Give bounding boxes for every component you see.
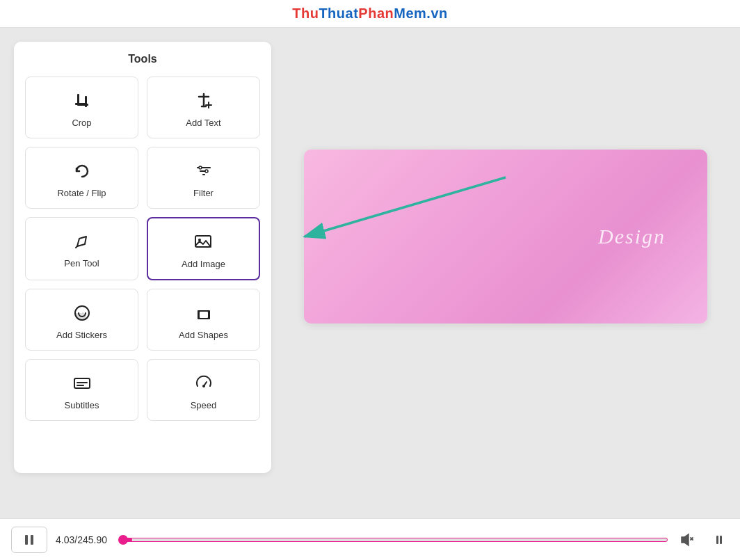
svg-rect-28: [31, 535, 33, 545]
speed-icon: [193, 372, 215, 394]
svg-rect-33: [720, 536, 722, 544]
tool-speed[interactable]: Speed: [147, 359, 260, 421]
add-image-icon: [193, 231, 215, 253]
speed-label: Speed: [191, 400, 217, 410]
crop-icon: [71, 90, 93, 112]
rotate-flip-label: Rotate / Flip: [57, 188, 106, 198]
shapes-icon: [193, 302, 215, 324]
svg-point-24: [202, 385, 205, 387]
tool-add-shapes[interactable]: Add Shapes: [147, 289, 260, 351]
tool-rotate-flip[interactable]: Rotate / Flip: [25, 147, 138, 209]
svg-point-12: [199, 166, 202, 169]
svg-point-13: [205, 170, 208, 173]
site-title: ThuThuatPhanMem.vn: [292, 6, 447, 22]
add-shapes-label: Add Shapes: [179, 330, 228, 340]
tools-grid: Crop Add Text: [25, 77, 260, 421]
add-text-label: Add Text: [186, 118, 220, 128]
tool-pen[interactable]: Pen Tool: [25, 217, 138, 280]
time-display: 4.03/245.90: [56, 534, 115, 545]
svg-rect-27: [25, 535, 28, 545]
tool-add-stickers[interactable]: Add Stickers: [25, 289, 138, 351]
svg-rect-15: [195, 236, 211, 247]
header: ThuThuatPhanMem.vn: [0, 0, 740, 28]
crop-label: Crop: [72, 118, 91, 128]
filter-label: Filter: [193, 188, 214, 198]
main-area: Tools Crop: [0, 28, 740, 518]
svg-marker-29: [682, 534, 689, 545]
pause-button[interactable]: [11, 527, 47, 553]
tool-filter[interactable]: Filter: [147, 147, 260, 209]
stickers-icon: [71, 302, 93, 324]
tools-title: Tools: [25, 53, 260, 65]
subtitles-icon: [71, 372, 93, 394]
add-stickers-label: Add Stickers: [56, 330, 107, 340]
tool-subtitles[interactable]: Subtitles: [25, 359, 138, 421]
filter-icon: [193, 160, 215, 182]
tool-add-text[interactable]: Add Text: [147, 77, 260, 138]
svg-rect-3: [77, 104, 88, 106]
canvas-text: Design: [598, 225, 666, 248]
tool-add-image[interactable]: Add Image: [147, 217, 260, 280]
end-button[interactable]: [707, 529, 729, 551]
canvas-area: Design: [285, 42, 726, 431]
svg-rect-32: [716, 536, 718, 544]
svg-line-14: [76, 246, 77, 248]
tool-crop[interactable]: Crop: [25, 77, 138, 138]
volume-button[interactable]: [676, 529, 698, 551]
subtitles-label: Subtitles: [65, 400, 99, 410]
tools-panel: Tools Crop: [14, 42, 271, 473]
pen-icon: [71, 230, 93, 253]
canvas-preview: Design: [304, 150, 707, 323]
add-text-icon: [193, 90, 215, 112]
progress-handle[interactable]: [118, 535, 128, 545]
rotate-icon: [71, 160, 93, 182]
bottom-bar: 4.03/245.90: [0, 518, 740, 560]
progress-bar[interactable]: [123, 538, 668, 542]
add-image-label: Add Image: [182, 259, 225, 269]
pen-tool-label: Pen Tool: [64, 258, 99, 269]
progress-track: [123, 538, 668, 542]
svg-rect-19: [200, 312, 208, 318]
